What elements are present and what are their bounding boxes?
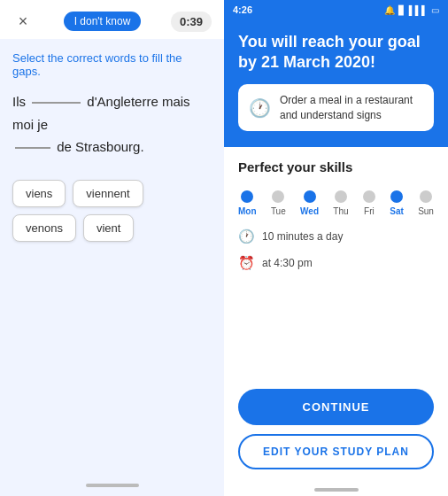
notification-icon: 🔔 [384, 5, 395, 15]
day-label-tue: Tue [271, 206, 286, 216]
bottom-indicator [314, 488, 359, 492]
minutes-label: 10 minutes a day [262, 230, 343, 243]
day-label-wed: Wed [300, 206, 319, 216]
day-dot-fri [363, 190, 375, 203]
right-bottom-bar [224, 484, 448, 496]
left-panel: × I don't know 0:39 Select the correct w… [0, 0, 224, 496]
day-label-fri: Fri [364, 206, 375, 216]
word-options-container: viens viennent venons vient [0, 173, 224, 249]
day-dot-wed [304, 190, 316, 203]
day-dot-mon [241, 190, 253, 203]
hero-section: You will reach your goal by 21 March 202… [224, 19, 448, 147]
battery-icon: ▭ [431, 5, 439, 15]
day-thu: Thu [333, 190, 348, 216]
word-chip-viennent[interactable]: viennent [73, 180, 143, 207]
day-label-mon: Mon [238, 206, 257, 216]
close-button[interactable]: × [12, 11, 34, 32]
day-label-thu: Thu [333, 206, 348, 216]
sentence-part1: d'Angleterre mais moi je [12, 94, 190, 132]
action-buttons: CONTINUE EDIT YOUR STUDY PLAN [224, 389, 448, 484]
status-icons: 🔔 ▊ ▌▌▌ ▭ [384, 5, 439, 15]
sentence-display: Ils d'Angleterre mais moi je de Strasbou… [0, 85, 224, 173]
section-title: Perfect your skills [238, 159, 434, 174]
day-dot-tue [272, 190, 284, 203]
goal-icon: 🕐 [249, 97, 271, 119]
blank-1 [32, 102, 81, 104]
days-row: Mon Tue Wed Thu Fri [238, 190, 434, 216]
blank-2 [15, 147, 50, 149]
word-chip-vient[interactable]: vient [83, 214, 134, 242]
day-sat: Sat [390, 190, 404, 216]
day-tue: Tue [271, 190, 286, 216]
right-panel: 4:26 🔔 ▊ ▌▌▌ ▭ You will reach your goal … [224, 0, 448, 496]
word-chip-viens[interactable]: viens [12, 180, 66, 207]
alarm-icon: ⏰ [238, 255, 255, 271]
day-fri: Fri [363, 190, 375, 216]
sentence-word-ils: Ils [12, 94, 26, 109]
sentence-part2: de Strasbourg. [57, 139, 143, 154]
left-header: × I don't know 0:39 [0, 0, 224, 39]
right-body: Perfect your skills Mon Tue Wed Thu [224, 147, 448, 389]
timer-badge: 0:39 [171, 12, 212, 32]
wifi-icon: ▊ [398, 5, 406, 15]
continue-button[interactable]: CONTINUE [238, 389, 434, 425]
day-dot-thu [335, 190, 347, 203]
dont-know-button[interactable]: I don't know [64, 12, 142, 31]
status-time: 4:26 [233, 4, 252, 15]
signal-icon: ▌▌▌ [409, 5, 428, 15]
clock-icon: 🕐 [238, 229, 255, 244]
hero-title: You will reach your goal by 21 March 202… [238, 32, 434, 74]
day-sun: Sun [418, 190, 434, 216]
day-label-sun: Sun [418, 206, 434, 216]
day-dot-sun [420, 190, 432, 203]
instruction-text: Select the correct words to fill the gap… [0, 39, 224, 85]
word-chip-venons[interactable]: venons [12, 214, 76, 242]
time-label: at 4:30 pm [262, 257, 313, 269]
day-dot-sat [390, 190, 403, 203]
status-bar: 4:26 🔔 ▊ ▌▌▌ ▭ [224, 0, 448, 19]
day-mon: Mon [238, 190, 257, 216]
edit-study-plan-button[interactable]: EDIT YOUR STUDY PLAN [238, 434, 434, 469]
left-bottom-indicator [86, 484, 139, 487]
day-label-sat: Sat [390, 206, 404, 216]
time-row: ⏰ at 4:30 pm [238, 255, 434, 271]
day-wed: Wed [300, 190, 319, 216]
goal-text: Order a meal in a restaurant and underst… [280, 93, 423, 123]
minutes-row: 🕐 10 minutes a day [238, 229, 434, 244]
goal-card: 🕐 Order a meal in a restaurant and under… [238, 84, 434, 132]
